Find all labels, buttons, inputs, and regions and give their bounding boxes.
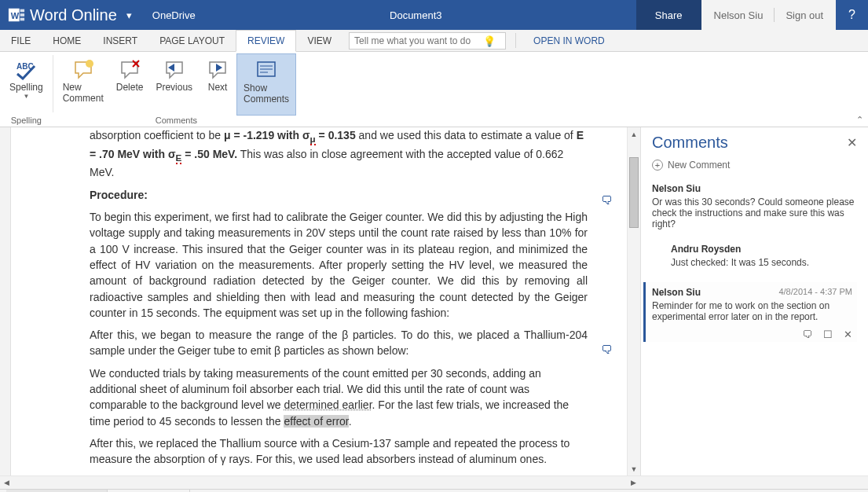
help-icon[interactable]: ? [836, 8, 868, 22]
document-title[interactable]: Document3 [196, 9, 636, 21]
chevron-down-icon: ▼ [23, 93, 29, 101]
comment-author: Andru Roysden [671, 244, 857, 255]
ribbon-tabs: FILE HOME INSERT PAGE LAYOUT REVIEW VIEW… [0, 30, 868, 52]
plus-icon: + [652, 160, 663, 171]
ribbon-group-spelling: ABC Spelling ▼ Spelling [0, 52, 53, 127]
resolve-icon[interactable]: ☐ [823, 329, 833, 340]
tab-view[interactable]: VIEW [296, 30, 342, 51]
comment-thread[interactable]: Nelson Siu Or was this 30 seconds? Could… [652, 183, 857, 229]
scroll-thumb[interactable] [629, 157, 639, 228]
open-in-word-link[interactable]: OPEN IN WORD [522, 30, 616, 51]
ribbon: ABC Spelling ▼ Spelling NewComment Delet… [0, 52, 868, 127]
comments-pane: Comments✕ +New Comment Nelson Siu Or was… [640, 127, 868, 475]
comment-time: 4/8/2014 - 4:37 PM [778, 287, 852, 300]
comments-title: Comments✕ [652, 134, 857, 152]
new-comment-button[interactable]: NewComment [57, 53, 110, 116]
status-bar: ABOUT 411 WORDS ENGLISH (U.S.) SAVED TO … [0, 489, 868, 492]
group-label: Comments [156, 116, 197, 127]
scroll-up-icon[interactable]: ▲ [628, 127, 640, 141]
comment-text: Or was this 30 seconds? Could someone pl… [652, 196, 857, 229]
chevron-down-icon[interactable]: ▾ [126, 9, 132, 21]
app-logo[interactable]: W Word Online ▾ [0, 2, 143, 28]
new-comment-pane-button[interactable]: +New Comment [652, 160, 857, 171]
new-comment-icon [71, 57, 96, 82]
delete-comment-button[interactable]: Delete [110, 53, 150, 116]
svg-rect-3 [20, 13, 25, 17]
location-breadcrumb[interactable]: OneDrive [152, 9, 196, 21]
spelling-icon: ABC [13, 57, 38, 82]
next-comment-button[interactable]: Next [199, 53, 236, 116]
show-comments-icon [254, 57, 279, 83]
word-icon: W [8, 6, 25, 24]
title-bar: W Word Online ▾ OneDrive Document3 Share… [0, 0, 868, 30]
scroll-right-icon[interactable]: ▶ [627, 476, 640, 489]
tab-file[interactable]: FILE [0, 30, 42, 51]
reply-icon[interactable]: 🗨 [802, 329, 812, 340]
comment-reply[interactable]: Andru Roysden Just checked: It was 15 se… [671, 244, 857, 268]
left-gutter [0, 127, 11, 475]
sign-out-link[interactable]: Sign out [786, 9, 823, 21]
svg-text:W: W [11, 11, 20, 20]
scroll-left-icon[interactable]: ◀ [0, 476, 13, 489]
collapse-ribbon-icon[interactable]: ⌃ [856, 115, 863, 125]
previous-comment-button[interactable]: Previous [149, 53, 199, 116]
horizontal-scrollbar[interactable]: ◀ ▶ [0, 475, 640, 489]
document-area: absorption coefficient to be μ = -1.219 … [0, 127, 640, 475]
next-icon [205, 57, 230, 82]
ribbon-group-comments: NewComment Delete Previous Next ShowComm… [53, 52, 299, 127]
svg-rect-2 [20, 9, 25, 13]
comment-text: Reminder for me to work on the section o… [652, 300, 852, 322]
vertical-scrollbar[interactable]: ▲ ▼ [627, 127, 640, 475]
document-page[interactable]: absorption coefficient to be μ = -1.219 … [11, 127, 627, 475]
user-name[interactable]: Nelson Siu [714, 9, 764, 21]
lightbulb-icon: 💡 [483, 35, 496, 47]
tab-insert[interactable]: INSERT [92, 30, 148, 51]
comment-thread-selected[interactable]: Nelson Siu4/8/2014 - 4:37 PM Reminder fo… [643, 282, 857, 342]
delete-icon [117, 57, 142, 82]
tab-review[interactable]: REVIEW [236, 30, 296, 52]
group-label: Spelling [11, 116, 42, 127]
previous-icon [162, 57, 187, 82]
svg-rect-4 [20, 18, 25, 21]
show-comments-button[interactable]: ShowComments [236, 53, 296, 116]
share-button[interactable]: Share [636, 0, 701, 30]
divider [515, 33, 516, 48]
close-icon[interactable]: ✕ [847, 135, 857, 150]
svg-point-6 [86, 60, 93, 68]
app-name: Word Online [30, 6, 117, 24]
spelling-button[interactable]: ABC Spelling ▼ [3, 53, 49, 116]
tab-page-layout[interactable]: PAGE LAYOUT [148, 30, 236, 51]
tell-me-input[interactable] [354, 35, 483, 46]
comment-author: Nelson Siu [652, 183, 857, 194]
tell-me-search[interactable]: 💡 [349, 32, 506, 50]
scroll-down-icon[interactable]: ▼ [628, 462, 640, 475]
comment-text: Just checked: It was 15 seconds. [671, 257, 857, 268]
divider [774, 8, 775, 22]
tab-home[interactable]: HOME [42, 30, 92, 51]
delete-comment-icon[interactable]: ✕ [844, 329, 852, 340]
comment-marker-icon[interactable]: 🗨 [601, 192, 613, 209]
comment-author: Nelson Siu [652, 287, 701, 298]
comment-marker-icon[interactable]: 🗨 [601, 341, 613, 358]
